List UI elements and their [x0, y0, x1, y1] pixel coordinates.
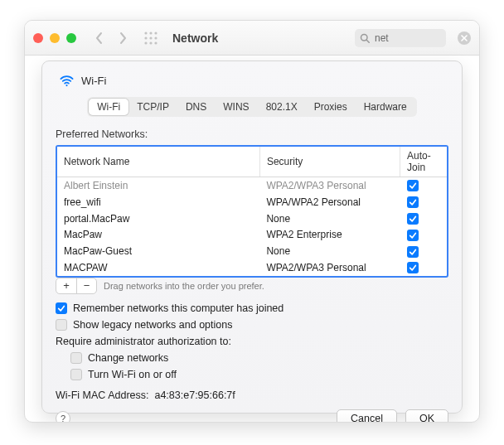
- toggle-wifi-label: Turn Wi-Fi on or off: [88, 369, 177, 380]
- cell-network-name: MacPaw: [57, 226, 259, 243]
- clear-search-button[interactable]: [458, 31, 471, 45]
- tab-wins[interactable]: WINS: [215, 99, 257, 115]
- cell-network-name: free_wifi: [57, 194, 259, 210]
- cell-security: WPA2/WPA3 Personal: [259, 177, 400, 194]
- auto-join-checkbox[interactable]: [407, 180, 419, 191]
- sheet-area: Wi-Fi Wi-FiTCP/IPDNSWINS802.1XProxiesHar…: [25, 56, 479, 422]
- options-block: Remember networks this computer has join…: [56, 302, 448, 401]
- table-header-row: Network Name Security Auto-Join: [57, 147, 447, 177]
- tab-hardware[interactable]: Hardware: [356, 99, 415, 115]
- tab-dns[interactable]: DNS: [177, 99, 215, 115]
- svg-point-7: [149, 41, 152, 44]
- zoom-window-button[interactable]: [66, 33, 76, 43]
- change-networks-checkbox[interactable]: Change networks: [70, 352, 448, 364]
- svg-point-0: [144, 31, 147, 34]
- table-footer: + − Drag networks into the order you pre…: [56, 278, 448, 294]
- drag-hint: Drag networks into the order you prefer.: [104, 281, 264, 291]
- svg-point-6: [144, 41, 147, 44]
- close-window-button[interactable]: [33, 33, 43, 43]
- minimize-window-button[interactable]: [50, 33, 60, 43]
- remember-networks-checkbox[interactable]: Remember networks this computer has join…: [56, 302, 448, 314]
- svg-point-4: [149, 36, 152, 39]
- tabbar: Wi-FiTCP/IPDNSWINS802.1XProxiesHardware: [56, 97, 448, 117]
- tab-proxies[interactable]: Proxies: [306, 99, 356, 115]
- preferences-window: Network Wi-Fi: [24, 20, 480, 423]
- cell-network-name: Albert Einstein: [57, 177, 259, 194]
- forward-button[interactable]: [113, 28, 133, 48]
- tab-802-1x[interactable]: 802.1X: [258, 99, 306, 115]
- search-icon: [360, 33, 370, 43]
- search-field[interactable]: [355, 29, 446, 47]
- cell-network-name: MACPAW: [57, 259, 259, 276]
- mac-address-label: Wi-Fi MAC Address:: [56, 389, 149, 401]
- col-auto-join[interactable]: Auto-Join: [400, 147, 447, 177]
- window-title: Network: [172, 31, 218, 45]
- remove-network-button[interactable]: −: [76, 278, 96, 293]
- add-remove-group: + −: [56, 278, 97, 294]
- panel-header: Wi-Fi: [56, 73, 448, 89]
- col-security[interactable]: Security: [259, 147, 400, 177]
- wifi-advanced-panel: Wi-Fi Wi-FiTCP/IPDNSWINS802.1XProxiesHar…: [41, 60, 463, 414]
- tab-tcp-ip[interactable]: TCP/IP: [128, 99, 177, 115]
- remember-networks-label: Remember networks this computer has join…: [73, 302, 284, 314]
- cell-security: WPA2 Enterprise: [259, 226, 400, 243]
- search-input[interactable]: [373, 31, 431, 45]
- wifi-icon: [59, 73, 75, 89]
- help-button[interactable]: ?: [56, 411, 70, 423]
- svg-point-13: [65, 85, 67, 86]
- auto-join-checkbox[interactable]: [407, 213, 419, 225]
- toggle-wifi-checkbox[interactable]: Turn Wi-Fi on or off: [70, 369, 448, 380]
- mac-address-row: Wi-Fi MAC Address: a4:83:e7:95:66:7f: [56, 389, 448, 401]
- tab-wi-fi[interactable]: Wi-Fi: [89, 99, 128, 115]
- svg-point-2: [154, 31, 157, 34]
- auto-join-checkbox[interactable]: [407, 262, 419, 273]
- cell-network-name: portal.MacPaw: [57, 210, 259, 227]
- mac-address-value: a4:83:e7:95:66:7f: [154, 389, 235, 401]
- titlebar: Network: [25, 21, 479, 56]
- table-row[interactable]: free_wifiWPA/WPA2 Personal: [57, 194, 447, 210]
- nav-buttons: [90, 28, 133, 48]
- table-row[interactable]: MacPaw-GuestNone: [57, 243, 447, 259]
- show-legacy-checkbox[interactable]: Show legacy networks and options: [56, 319, 448, 331]
- svg-point-8: [154, 41, 157, 44]
- auto-join-checkbox[interactable]: [407, 196, 419, 208]
- cell-security: None: [259, 243, 400, 259]
- cell-network-name: MacPaw-Guest: [57, 243, 259, 259]
- table-row[interactable]: MacPawWPA2 Enterprise: [57, 226, 447, 243]
- cell-security: WPA/WPA2 Personal: [259, 194, 400, 210]
- change-networks-label: Change networks: [88, 352, 168, 364]
- show-legacy-label: Show legacy networks and options: [73, 319, 232, 331]
- cell-security: None: [259, 210, 400, 227]
- ok-button[interactable]: OK: [405, 409, 448, 423]
- add-network-button[interactable]: +: [56, 278, 76, 293]
- svg-point-3: [144, 36, 147, 39]
- auto-join-checkbox[interactable]: [407, 246, 419, 258]
- cancel-button[interactable]: Cancel: [337, 409, 397, 423]
- table-row[interactable]: Albert EinsteinWPA2/WPA3 Personal: [57, 177, 447, 194]
- svg-point-5: [154, 36, 157, 39]
- table-row[interactable]: portal.MacPawNone: [57, 210, 447, 227]
- svg-line-10: [366, 40, 369, 42]
- col-network-name[interactable]: Network Name: [57, 147, 259, 177]
- auto-join-checkbox[interactable]: [407, 230, 419, 241]
- panel-title: Wi-Fi: [81, 75, 106, 87]
- panel-footer: ? Cancel OK: [56, 401, 448, 423]
- show-all-button[interactable]: [141, 28, 161, 48]
- cell-security: WPA2/WPA3 Personal: [259, 259, 400, 276]
- require-auth-label: Require administrator authorization to:: [56, 336, 448, 347]
- back-button[interactable]: [90, 28, 109, 48]
- preferred-networks-label: Preferred Networks:: [56, 128, 448, 140]
- svg-point-1: [149, 31, 152, 34]
- window-controls: [33, 33, 76, 43]
- table-row[interactable]: MACPAWWPA2/WPA3 Personal: [57, 259, 447, 276]
- preferred-networks-table[interactable]: Network Name Security Auto-Join Albert E…: [56, 145, 448, 278]
